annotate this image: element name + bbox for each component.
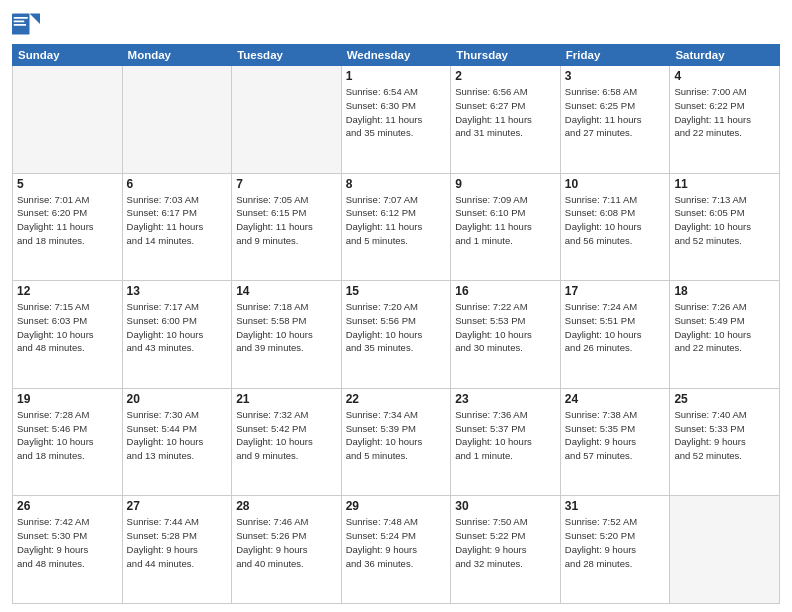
- day-info: Sunrise: 7:00 AM Sunset: 6:22 PM Dayligh…: [674, 85, 775, 140]
- day-number: 13: [127, 284, 228, 298]
- calendar-day-cell: 7Sunrise: 7:05 AM Sunset: 6:15 PM Daylig…: [232, 173, 342, 281]
- calendar-day-cell: 24Sunrise: 7:38 AM Sunset: 5:35 PM Dayli…: [560, 388, 670, 496]
- calendar-day-cell: 16Sunrise: 7:22 AM Sunset: 5:53 PM Dayli…: [451, 281, 561, 389]
- calendar-day-cell: 10Sunrise: 7:11 AM Sunset: 6:08 PM Dayli…: [560, 173, 670, 281]
- day-number: 15: [346, 284, 447, 298]
- day-number: 1: [346, 69, 447, 83]
- day-number: 19: [17, 392, 118, 406]
- calendar-day-cell: 8Sunrise: 7:07 AM Sunset: 6:12 PM Daylig…: [341, 173, 451, 281]
- calendar-day-cell: 19Sunrise: 7:28 AM Sunset: 5:46 PM Dayli…: [13, 388, 123, 496]
- day-info: Sunrise: 7:17 AM Sunset: 6:00 PM Dayligh…: [127, 300, 228, 355]
- day-info: Sunrise: 6:58 AM Sunset: 6:25 PM Dayligh…: [565, 85, 666, 140]
- calendar-day-cell: 3Sunrise: 6:58 AM Sunset: 6:25 PM Daylig…: [560, 66, 670, 174]
- header: [12, 10, 780, 38]
- day-number: 6: [127, 177, 228, 191]
- day-info: Sunrise: 7:38 AM Sunset: 5:35 PM Dayligh…: [565, 408, 666, 463]
- day-number: 22: [346, 392, 447, 406]
- day-number: 17: [565, 284, 666, 298]
- day-info: Sunrise: 7:01 AM Sunset: 6:20 PM Dayligh…: [17, 193, 118, 248]
- day-info: Sunrise: 7:22 AM Sunset: 5:53 PM Dayligh…: [455, 300, 556, 355]
- day-info: Sunrise: 7:28 AM Sunset: 5:46 PM Dayligh…: [17, 408, 118, 463]
- day-number: 28: [236, 499, 337, 513]
- day-number: 9: [455, 177, 556, 191]
- day-number: 21: [236, 392, 337, 406]
- day-number: 3: [565, 69, 666, 83]
- calendar-day-cell: 2Sunrise: 6:56 AM Sunset: 6:27 PM Daylig…: [451, 66, 561, 174]
- day-info: Sunrise: 7:18 AM Sunset: 5:58 PM Dayligh…: [236, 300, 337, 355]
- day-info: Sunrise: 7:11 AM Sunset: 6:08 PM Dayligh…: [565, 193, 666, 248]
- calendar-day-cell: 13Sunrise: 7:17 AM Sunset: 6:00 PM Dayli…: [122, 281, 232, 389]
- calendar-day-cell: 6Sunrise: 7:03 AM Sunset: 6:17 PM Daylig…: [122, 173, 232, 281]
- day-info: Sunrise: 7:30 AM Sunset: 5:44 PM Dayligh…: [127, 408, 228, 463]
- calendar-week-row: 1Sunrise: 6:54 AM Sunset: 6:30 PM Daylig…: [13, 66, 780, 174]
- day-info: Sunrise: 7:36 AM Sunset: 5:37 PM Dayligh…: [455, 408, 556, 463]
- page: SundayMondayTuesdayWednesdayThursdayFrid…: [0, 0, 792, 612]
- day-info: Sunrise: 7:44 AM Sunset: 5:28 PM Dayligh…: [127, 515, 228, 570]
- day-number: 12: [17, 284, 118, 298]
- calendar-weekday-tuesday: Tuesday: [232, 45, 342, 66]
- day-number: 11: [674, 177, 775, 191]
- calendar-day-cell: 11Sunrise: 7:13 AM Sunset: 6:05 PM Dayli…: [670, 173, 780, 281]
- calendar-day-cell: 23Sunrise: 7:36 AM Sunset: 5:37 PM Dayli…: [451, 388, 561, 496]
- day-info: Sunrise: 7:24 AM Sunset: 5:51 PM Dayligh…: [565, 300, 666, 355]
- day-number: 5: [17, 177, 118, 191]
- calendar-day-cell: 26Sunrise: 7:42 AM Sunset: 5:30 PM Dayli…: [13, 496, 123, 604]
- day-info: Sunrise: 7:15 AM Sunset: 6:03 PM Dayligh…: [17, 300, 118, 355]
- svg-marker-0: [30, 14, 41, 25]
- day-info: Sunrise: 7:48 AM Sunset: 5:24 PM Dayligh…: [346, 515, 447, 570]
- logo: [12, 10, 44, 38]
- day-info: Sunrise: 7:05 AM Sunset: 6:15 PM Dayligh…: [236, 193, 337, 248]
- calendar-weekday-thursday: Thursday: [451, 45, 561, 66]
- day-info: Sunrise: 7:50 AM Sunset: 5:22 PM Dayligh…: [455, 515, 556, 570]
- day-number: 27: [127, 499, 228, 513]
- day-info: Sunrise: 7:26 AM Sunset: 5:49 PM Dayligh…: [674, 300, 775, 355]
- day-number: 20: [127, 392, 228, 406]
- day-number: 30: [455, 499, 556, 513]
- day-number: 10: [565, 177, 666, 191]
- calendar-day-cell: [13, 66, 123, 174]
- day-info: Sunrise: 7:07 AM Sunset: 6:12 PM Dayligh…: [346, 193, 447, 248]
- day-number: 31: [565, 499, 666, 513]
- calendar-day-cell: 29Sunrise: 7:48 AM Sunset: 5:24 PM Dayli…: [341, 496, 451, 604]
- calendar-day-cell: 12Sunrise: 7:15 AM Sunset: 6:03 PM Dayli…: [13, 281, 123, 389]
- calendar-day-cell: 21Sunrise: 7:32 AM Sunset: 5:42 PM Dayli…: [232, 388, 342, 496]
- day-number: 7: [236, 177, 337, 191]
- calendar-day-cell: 15Sunrise: 7:20 AM Sunset: 5:56 PM Dayli…: [341, 281, 451, 389]
- calendar-table: SundayMondayTuesdayWednesdayThursdayFrid…: [12, 44, 780, 604]
- logo-icon: [12, 10, 40, 38]
- calendar-day-cell: [232, 66, 342, 174]
- day-info: Sunrise: 7:46 AM Sunset: 5:26 PM Dayligh…: [236, 515, 337, 570]
- day-info: Sunrise: 7:34 AM Sunset: 5:39 PM Dayligh…: [346, 408, 447, 463]
- calendar-day-cell: 14Sunrise: 7:18 AM Sunset: 5:58 PM Dayli…: [232, 281, 342, 389]
- calendar-day-cell: 20Sunrise: 7:30 AM Sunset: 5:44 PM Dayli…: [122, 388, 232, 496]
- day-info: Sunrise: 7:09 AM Sunset: 6:10 PM Dayligh…: [455, 193, 556, 248]
- day-info: Sunrise: 7:03 AM Sunset: 6:17 PM Dayligh…: [127, 193, 228, 248]
- calendar-day-cell: 9Sunrise: 7:09 AM Sunset: 6:10 PM Daylig…: [451, 173, 561, 281]
- day-info: Sunrise: 7:20 AM Sunset: 5:56 PM Dayligh…: [346, 300, 447, 355]
- day-info: Sunrise: 6:54 AM Sunset: 6:30 PM Dayligh…: [346, 85, 447, 140]
- calendar-day-cell: 17Sunrise: 7:24 AM Sunset: 5:51 PM Dayli…: [560, 281, 670, 389]
- day-info: Sunrise: 6:56 AM Sunset: 6:27 PM Dayligh…: [455, 85, 556, 140]
- calendar-day-cell: [122, 66, 232, 174]
- calendar-day-cell: 1Sunrise: 6:54 AM Sunset: 6:30 PM Daylig…: [341, 66, 451, 174]
- calendar-day-cell: 30Sunrise: 7:50 AM Sunset: 5:22 PM Dayli…: [451, 496, 561, 604]
- calendar-weekday-monday: Monday: [122, 45, 232, 66]
- calendar-day-cell: [670, 496, 780, 604]
- calendar-week-row: 5Sunrise: 7:01 AM Sunset: 6:20 PM Daylig…: [13, 173, 780, 281]
- calendar-day-cell: 5Sunrise: 7:01 AM Sunset: 6:20 PM Daylig…: [13, 173, 123, 281]
- day-number: 26: [17, 499, 118, 513]
- calendar-week-row: 12Sunrise: 7:15 AM Sunset: 6:03 PM Dayli…: [13, 281, 780, 389]
- day-info: Sunrise: 7:52 AM Sunset: 5:20 PM Dayligh…: [565, 515, 666, 570]
- day-number: 29: [346, 499, 447, 513]
- day-info: Sunrise: 7:32 AM Sunset: 5:42 PM Dayligh…: [236, 408, 337, 463]
- day-number: 4: [674, 69, 775, 83]
- day-info: Sunrise: 7:13 AM Sunset: 6:05 PM Dayligh…: [674, 193, 775, 248]
- svg-rect-2: [14, 17, 28, 19]
- calendar-day-cell: 22Sunrise: 7:34 AM Sunset: 5:39 PM Dayli…: [341, 388, 451, 496]
- calendar-day-cell: 25Sunrise: 7:40 AM Sunset: 5:33 PM Dayli…: [670, 388, 780, 496]
- calendar-weekday-saturday: Saturday: [670, 45, 780, 66]
- calendar-week-row: 26Sunrise: 7:42 AM Sunset: 5:30 PM Dayli…: [13, 496, 780, 604]
- svg-rect-3: [14, 21, 25, 23]
- day-info: Sunrise: 7:42 AM Sunset: 5:30 PM Dayligh…: [17, 515, 118, 570]
- day-number: 18: [674, 284, 775, 298]
